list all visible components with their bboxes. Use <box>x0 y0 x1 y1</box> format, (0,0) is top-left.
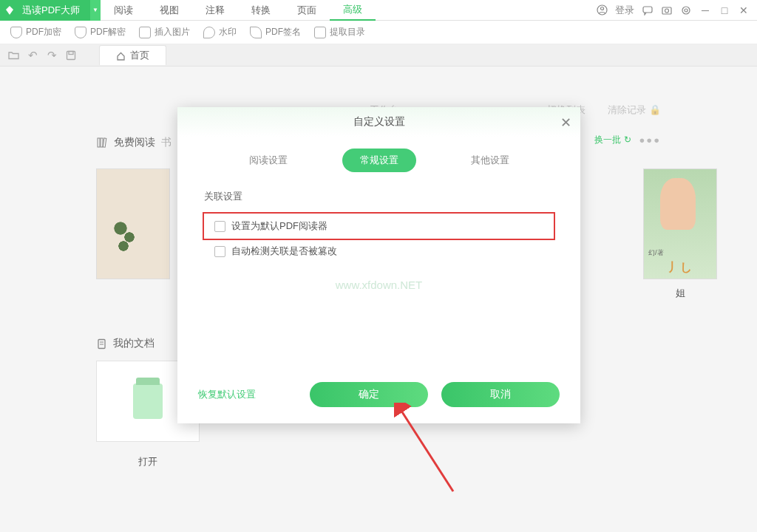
option-detect-tamper[interactable]: 自动检测关联是否被篡改 <box>204 239 554 264</box>
watermark-text: www.xfdown.NET <box>204 279 554 291</box>
tab-reading[interactable]: 阅读设置 <box>231 149 305 172</box>
dialog-title: 自定义设置 <box>353 115 405 129</box>
overlay: 自定义设置 ✕ 阅读设置 常规设置 其他设置 关联设置 设置为默认PDF阅读器 … <box>0 0 757 532</box>
option-default-reader[interactable]: 设置为默认PDF阅读器 <box>204 214 554 239</box>
ok-button[interactable]: 确定 <box>310 382 428 407</box>
dialog-footer: 恢复默认设置 确定 取消 <box>177 382 580 407</box>
dialog-header: 自定义设置 ✕ <box>177 107 580 137</box>
checkbox-icon[interactable] <box>214 221 225 232</box>
checkbox-icon[interactable] <box>214 246 225 257</box>
tab-general[interactable]: 常规设置 <box>342 149 416 172</box>
settings-dialog: 自定义设置 ✕ 阅读设置 常规设置 其他设置 关联设置 设置为默认PDF阅读器 … <box>177 107 580 423</box>
association-section-label: 关联设置 <box>204 190 554 203</box>
dialog-body: 关联设置 设置为默认PDF阅读器 自动检测关联是否被篡改 www.xfdown.… <box>177 172 580 309</box>
cancel-button[interactable]: 取消 <box>441 382 560 407</box>
reset-defaults[interactable]: 恢复默认设置 <box>198 388 256 401</box>
option-label: 设置为默认PDF阅读器 <box>231 219 327 233</box>
dialog-tabs: 阅读设置 常规设置 其他设置 <box>177 149 580 172</box>
close-icon[interactable]: ✕ <box>560 115 571 131</box>
tab-other[interactable]: 其他设置 <box>453 149 527 172</box>
option-label: 自动检测关联是否被篡改 <box>231 245 337 258</box>
